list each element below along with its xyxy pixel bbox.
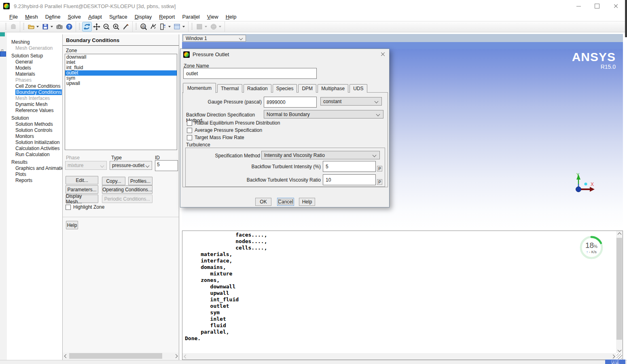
rotate-view-icon[interactable]	[83, 22, 91, 31]
close-button[interactable]	[606, 0, 625, 12]
dialog-close-icon[interactable]	[380, 52, 385, 57]
dialog-titlebar[interactable]: Pressure Outlet	[180, 49, 389, 60]
tree-item-models[interactable]: Models	[7, 65, 62, 71]
viscosity-parameter-button[interactable]: P	[377, 179, 382, 185]
minimize-button[interactable]	[569, 0, 588, 12]
scroll-right-icon[interactable]	[172, 353, 179, 359]
menu-item-file[interactable]: File	[6, 13, 21, 21]
scroll-up-icon[interactable]	[616, 231, 623, 237]
save-file-icon-dropdown[interactable]	[51, 26, 53, 28]
tab-momentum[interactable]: Momentum	[183, 83, 216, 93]
panel-layout-icon-dropdown[interactable]	[168, 26, 171, 28]
console-vscrollbar[interactable]	[616, 231, 623, 353]
console-hscrollbar[interactable]	[182, 353, 616, 360]
tree-section-results[interactable]: Results	[7, 159, 62, 165]
edit-button[interactable]: Edit...	[66, 176, 98, 184]
view-window-icon[interactable]	[173, 22, 182, 31]
open-file-icon-dropdown[interactable]	[36, 26, 39, 28]
panel-help-button[interactable]: Help	[66, 221, 78, 229]
menu-item-help[interactable]: Help	[222, 13, 240, 21]
average-pressure-specification-checkbox[interactable]	[187, 128, 192, 133]
scroll-down-icon[interactable]	[616, 347, 623, 353]
menu-item-define[interactable]: Define	[42, 13, 64, 21]
progress-widget[interactable]: 18% ↑ - K/s	[579, 235, 604, 260]
radial-equilibrium-pressure-distribution-checkbox[interactable]	[187, 121, 192, 126]
scroll-right-icon[interactable]	[610, 353, 616, 360]
scroll-thumb[interactable]	[616, 238, 622, 340]
tab-dpm[interactable]: DPM	[298, 84, 316, 93]
scroll-thumb[interactable]	[69, 353, 162, 359]
console-text[interactable]: faces...., nodes...., cells...., materia…	[185, 232, 267, 342]
tab-uds[interactable]: UDS	[350, 84, 367, 93]
operating-conditions-button[interactable]: Operating Conditions...	[102, 185, 153, 194]
tree-item-monitors[interactable]: Monitors	[7, 133, 62, 140]
highlight-zone-checkbox[interactable]	[66, 205, 71, 210]
ok-button[interactable]: OK	[255, 198, 271, 206]
scroll-left-icon[interactable]	[63, 353, 69, 359]
panel-layout-icon[interactable]	[159, 22, 167, 31]
snapshot-camera-icon[interactable]	[55, 22, 64, 31]
tree-item-solution-controls[interactable]: Solution Controls	[7, 127, 62, 133]
tree-section-meshing[interactable]: Meshing	[7, 39, 62, 45]
tree-item-graphics-and-animations[interactable]: Graphics and Animations	[7, 165, 62, 171]
tree-item-boundary-conditions[interactable]: Boundary Conditions	[7, 89, 62, 95]
maximize-button[interactable]	[588, 0, 606, 12]
zone-item-outlet[interactable]: outlet	[65, 70, 177, 76]
parameters-button[interactable]: Parameters...	[66, 185, 98, 194]
scroll-left-icon[interactable]	[182, 353, 189, 360]
tree-item-cell-zone-conditions[interactable]: Cell Zone Conditions	[7, 83, 62, 89]
cancel-button[interactable]: Cancel	[277, 198, 294, 206]
zone-id-field[interactable]: 5	[155, 160, 178, 171]
help-icon[interactable]: ?	[65, 22, 74, 31]
zoom-in-icon[interactable]	[112, 22, 121, 31]
console[interactable]: faces...., nodes...., cells...., materia…	[182, 231, 623, 360]
viscosity-field[interactable]: 10	[323, 174, 376, 185]
menu-item-parallel[interactable]: Parallel	[178, 13, 203, 21]
menu-item-view[interactable]: View	[203, 13, 222, 21]
copy-button[interactable]: Copy...	[102, 177, 125, 185]
magnify-select-icon[interactable]: @	[139, 22, 148, 31]
dialog-help-button[interactable]: Help	[299, 198, 315, 206]
tree-section-solution[interactable]: Solution	[7, 115, 62, 121]
tree-section-solution-setup[interactable]: Solution Setup	[7, 53, 62, 59]
tree-item-general[interactable]: General	[7, 59, 62, 65]
tree-item-plots[interactable]: Plots	[7, 171, 62, 178]
display-mesh-button[interactable]: Display Mesh...	[66, 195, 98, 203]
spec-method-select[interactable]: Intensity and Viscosity Ratio	[261, 151, 380, 159]
gauge-pressure-mode-select[interactable]: constant	[320, 97, 382, 106]
backflow-direction-select[interactable]: Normal to Boundary	[264, 110, 383, 119]
tree-item-materials[interactable]: Materials	[7, 71, 62, 77]
zone-item-int-fluid[interactable]: int_fluid	[65, 65, 177, 70]
probe-pen-icon[interactable]	[121, 22, 130, 31]
tree-item-solution-initialization[interactable]: Solution Initialization	[7, 140, 62, 146]
view-window-icon-dropdown[interactable]	[182, 26, 185, 28]
tab-thermal[interactable]: Thermal	[217, 84, 242, 93]
intensity-parameter-button[interactable]: P	[377, 166, 382, 171]
tree-item-run-calculation[interactable]: Run Calculation	[7, 152, 62, 158]
menu-item-solve[interactable]: Solve	[64, 13, 85, 21]
zone-item-downwall[interactable]: downwall	[65, 55, 177, 60]
menu-item-surface[interactable]: Surface	[106, 13, 131, 21]
tree-item-dynamic-mesh[interactable]: Dynamic Mesh	[7, 102, 62, 108]
tab-multiphase[interactable]: Multiphase	[318, 84, 348, 93]
tab-radiation[interactable]: Radiation	[244, 84, 271, 93]
menu-item-adapt[interactable]: Adapt	[85, 13, 106, 21]
zone-name-field[interactable]: outlet	[183, 68, 317, 79]
tree-item-calculation-activities[interactable]: Calculation Activities	[7, 146, 62, 152]
zoom-out-icon[interactable]	[102, 22, 111, 31]
intensity-field[interactable]: 5	[323, 161, 376, 172]
open-file-icon[interactable]	[27, 22, 36, 31]
panel-hscrollbar[interactable]	[63, 353, 179, 359]
menu-item-mesh[interactable]: Mesh	[21, 13, 42, 21]
tab-species[interactable]: Species	[273, 84, 297, 93]
graphics-window-select[interactable]: Window 1	[183, 35, 246, 42]
tree-item-reports[interactable]: Reports	[7, 178, 62, 184]
zone-item-upwall[interactable]: upwall	[65, 81, 177, 86]
save-file-icon[interactable]	[41, 22, 50, 31]
target-mass-flow-rate-checkbox[interactable]	[187, 135, 192, 140]
resize-grip[interactable]	[616, 353, 622, 359]
profile-path-icon[interactable]	[149, 22, 158, 31]
pan-view-icon[interactable]	[92, 22, 101, 31]
profiles-button[interactable]: Profiles...	[128, 177, 153, 185]
tree-item-reference-values[interactable]: Reference Values	[7, 108, 62, 114]
